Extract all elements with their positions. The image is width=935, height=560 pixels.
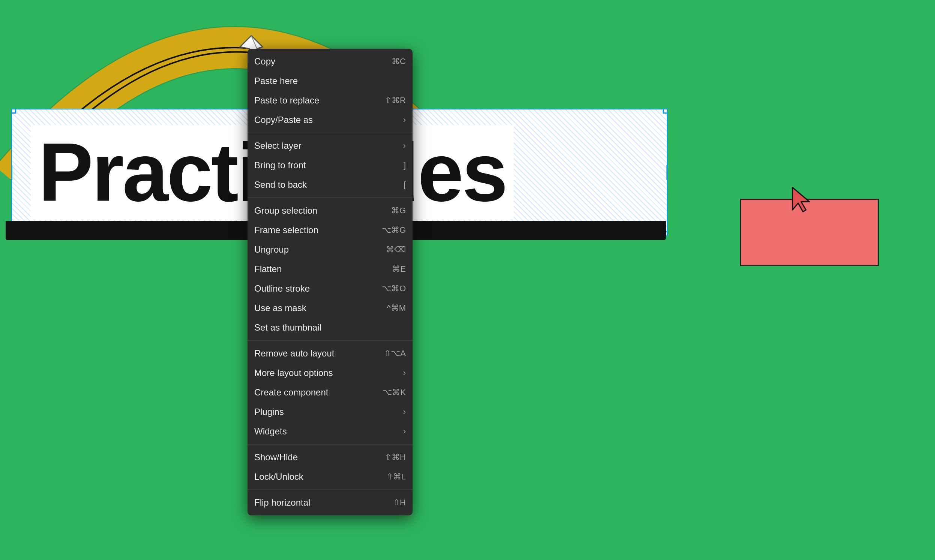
menu-item-plugins[interactable]: Plugins› <box>248 402 413 422</box>
menu-item-copy[interactable]: Copy⌘C <box>248 52 413 71</box>
menu-shortcut-group-selection: ⌘G <box>391 206 406 215</box>
menu-shortcut-use-as-mask: ^⌘M <box>387 303 406 313</box>
menu-item-flatten[interactable]: Flatten⌘E <box>248 259 413 279</box>
menu-shortcut-create-component: ⌥⌘K <box>382 388 406 397</box>
menu-item-frame-selection[interactable]: Frame selection⌥⌘G <box>248 220 413 240</box>
menu-shortcut-send-to-back: [ <box>404 180 406 190</box>
menu-divider-after-widgets <box>248 444 413 445</box>
menu-label-widgets: Widgets <box>254 426 399 437</box>
menu-arrow-widgets: › <box>403 426 406 436</box>
menu-shortcut-flatten: ⌘E <box>392 264 406 274</box>
menu-label-select-layer: Select layer <box>254 140 399 151</box>
menu-label-create-component: Create component <box>254 387 371 398</box>
menu-label-copy: Copy <box>254 56 380 67</box>
menu-label-group-selection: Group selection <box>254 205 380 216</box>
menu-label-remove-auto-layout: Remove auto layout <box>254 348 373 359</box>
menu-item-bring-to-front[interactable]: Bring to front] <box>248 155 413 175</box>
menu-item-more-layout-options[interactable]: More layout options› <box>248 363 413 383</box>
menu-shortcut-outline-stroke: ⌥⌘O <box>382 284 406 294</box>
menu-label-ungroup: Ungroup <box>254 245 375 255</box>
menu-divider-after-copy-paste-as <box>248 133 413 133</box>
menu-label-set-as-thumbnail: Set as thumbnail <box>254 322 406 333</box>
menu-shortcut-ungroup: ⌘⌫ <box>386 245 406 254</box>
menu-item-create-component[interactable]: Create component⌥⌘K <box>248 383 413 402</box>
menu-item-show-hide[interactable]: Show/Hide⇧⌘H <box>248 448 413 467</box>
menu-label-copy-paste-as: Copy/Paste as <box>254 115 399 125</box>
menu-label-more-layout-options: More layout options <box>254 368 399 378</box>
menu-shortcut-frame-selection: ⌥⌘G <box>382 225 406 235</box>
menu-label-bring-to-front: Bring to front <box>254 160 392 171</box>
menu-item-select-layer[interactable]: Select layer› <box>248 136 413 155</box>
menu-item-paste-to-replace[interactable]: Paste to replace⇧⌘R <box>248 91 413 110</box>
handle-top-right[interactable] <box>663 109 668 114</box>
menu-item-copy-paste-as[interactable]: Copy/Paste as› <box>248 110 413 130</box>
menu-label-show-hide: Show/Hide <box>254 452 374 463</box>
menu-label-flip-horizontal: Flip horizontal <box>254 497 382 508</box>
menu-shortcut-copy: ⌘C <box>391 57 406 66</box>
menu-label-plugins: Plugins <box>254 407 399 417</box>
menu-label-paste-to-replace: Paste to replace <box>254 95 374 106</box>
menu-label-lock-unlock: Lock/Unlock <box>254 472 375 482</box>
menu-item-flip-horizontal[interactable]: Flip horizontal⇧H <box>248 493 413 512</box>
menu-item-set-as-thumbnail[interactable]: Set as thumbnail <box>248 318 413 337</box>
menu-divider-after-lock-unlock <box>248 489 413 490</box>
context-menu: Copy⌘CPaste herePaste to replace⇧⌘RCopy/… <box>248 49 413 515</box>
handle-mid-right[interactable] <box>667 165 668 180</box>
cursor-arrow-icon <box>789 184 811 214</box>
menu-item-ungroup[interactable]: Ungroup⌘⌫ <box>248 240 413 259</box>
menu-label-send-to-back: Send to back <box>254 180 392 190</box>
menu-divider-after-send-to-back <box>248 197 413 198</box>
menu-item-send-to-back[interactable]: Send to back[ <box>248 175 413 195</box>
menu-label-use-as-mask: Use as mask <box>254 303 376 313</box>
menu-item-group-selection[interactable]: Group selection⌘G <box>248 201 413 220</box>
menu-item-paste-here[interactable]: Paste here <box>248 71 413 91</box>
menu-label-paste-here: Paste here <box>254 76 406 86</box>
handle-top-left[interactable] <box>11 109 16 114</box>
menu-arrow-select-layer: › <box>403 141 406 151</box>
menu-arrow-plugins: › <box>403 407 406 417</box>
menu-arrow-more-layout-options: › <box>403 368 406 378</box>
menu-item-remove-auto-layout[interactable]: Remove auto layout⇧⌥A <box>248 344 413 363</box>
menu-item-outline-stroke[interactable]: Outline stroke⌥⌘O <box>248 279 413 298</box>
menu-label-outline-stroke: Outline stroke <box>254 283 371 294</box>
menu-item-lock-unlock[interactable]: Lock/Unlock⇧⌘L <box>248 467 413 486</box>
menu-divider-after-set-as-thumbnail <box>248 340 413 341</box>
menu-item-use-as-mask[interactable]: Use as mask^⌘M <box>248 298 413 318</box>
menu-label-flatten: Flatten <box>254 264 380 274</box>
menu-arrow-copy-paste-as: › <box>403 115 406 125</box>
menu-shortcut-remove-auto-layout: ⇧⌥A <box>384 349 406 358</box>
menu-item-widgets[interactable]: Widgets› <box>248 422 413 441</box>
menu-shortcut-bring-to-front: ] <box>404 160 406 170</box>
menu-shortcut-flip-horizontal: ⇧H <box>393 498 406 508</box>
svg-marker-1 <box>792 188 809 212</box>
menu-label-frame-selection: Frame selection <box>254 225 371 235</box>
handle-mid-left[interactable] <box>11 165 12 180</box>
menu-shortcut-show-hide: ⇧⌘H <box>385 452 406 462</box>
menu-shortcut-lock-unlock: ⇧⌘L <box>386 472 406 482</box>
menu-shortcut-paste-to-replace: ⇧⌘R <box>385 95 406 105</box>
